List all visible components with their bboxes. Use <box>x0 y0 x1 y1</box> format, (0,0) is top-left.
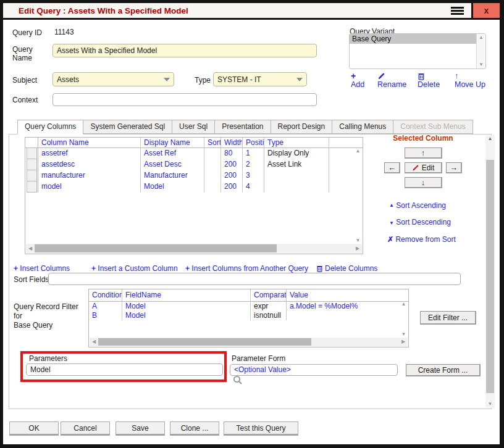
parameters-input[interactable] <box>26 363 223 376</box>
edit-filter-button[interactable]: Edit Filter ... <box>420 311 476 325</box>
plus-icon: + <box>14 264 18 273</box>
col-header-sort: Sort <box>204 138 221 147</box>
variant-move-up-button[interactable]: ↑ Move Up <box>455 72 485 89</box>
type-label: Type <box>195 76 211 85</box>
type-select[interactable]: SYSTEM - IT <box>213 72 307 86</box>
cancel-button[interactable]: Cancel <box>61 421 110 436</box>
move-column-left-button[interactable]: ← <box>384 162 400 173</box>
variant-rename-button[interactable]: Rename <box>377 72 406 89</box>
insert-columns-link[interactable]: + Insert Columns <box>14 264 70 273</box>
plus-icon: + <box>91 264 96 273</box>
col-header-type: Type <box>264 138 329 147</box>
scroll-down-icon[interactable]: ▼ <box>401 332 406 337</box>
col-header-width: Width <box>221 138 243 147</box>
subject-label: Subject <box>12 76 37 85</box>
query-columns-table: Column Name Display Name Sort Width Posi… <box>25 137 363 254</box>
trash-icon <box>418 72 440 81</box>
scrollbar-thumb[interactable] <box>98 338 311 346</box>
variant-scrollbar[interactable]: ▲ ▼ <box>476 34 485 68</box>
scroll-left-icon[interactable]: ◀ <box>26 246 35 251</box>
filter-table: Condition FieldName Comparator Value A M… <box>88 289 409 347</box>
tab-report-design[interactable]: Report Design <box>271 120 333 134</box>
move-column-right-button[interactable]: → <box>446 162 462 173</box>
tab-presentation[interactable]: Presentation <box>215 120 271 134</box>
query-name-input[interactable] <box>52 44 317 57</box>
sort-asc-icon: ▲ <box>389 202 394 208</box>
row-handle[interactable] <box>25 181 38 193</box>
tab-system-generated-sql[interactable]: System Generated Sql <box>83 120 172 134</box>
dialog-title: Edit Query : Assets With a Specified Mod… <box>3 6 188 15</box>
filter-row[interactable]: A Model expr a.Model = %Model% <box>89 302 408 311</box>
scrollbar-thumb[interactable] <box>486 160 494 393</box>
menu-button[interactable] <box>445 3 469 18</box>
plus-icon: + <box>351 72 364 81</box>
row-handle[interactable] <box>25 148 38 159</box>
title-bar: Edit Query : Assets With a Specified Mod… <box>3 3 500 20</box>
create-form-button[interactable]: Create Form ... <box>406 364 481 376</box>
tab-bar: Query Columns System Generated Sql User … <box>17 120 473 134</box>
scroll-left-icon[interactable]: ◀ <box>90 339 98 344</box>
query-variant-listbox[interactable]: Base Query ▲ ▼ <box>349 33 486 69</box>
filter-vertical-scrollbar[interactable]: ▲ ▼ <box>400 302 408 337</box>
search-button[interactable] <box>233 375 243 388</box>
clone-button[interactable]: Clone ... <box>170 421 219 436</box>
scroll-down-icon[interactable]: ▼ <box>479 62 484 67</box>
tab-query-columns[interactable]: Query Columns <box>17 120 83 135</box>
scrollbar-thumb[interactable] <box>35 244 277 252</box>
variant-add-button[interactable]: + Add <box>351 72 364 89</box>
filter-horizontal-scrollbar[interactable]: ◀ ▶ <box>90 338 408 346</box>
arrow-left-icon: ← <box>388 163 396 172</box>
tab-user-sql[interactable]: User Sql <box>172 120 215 134</box>
table-row[interactable]: model Model 200 4 <box>25 181 363 193</box>
arrow-right-icon: → <box>450 163 458 172</box>
delete-columns-link[interactable]: Delete Columns <box>316 264 377 273</box>
insert-custom-column-link[interactable]: + Insert a Custom Column <box>91 264 178 273</box>
scroll-right-icon[interactable]: ▶ <box>353 246 362 251</box>
scroll-up-icon[interactable]: ▲ <box>485 136 495 141</box>
sort-descending-link[interactable]: ▼ Sort Descending <box>389 218 451 226</box>
scroll-up-icon[interactable]: ▲ <box>356 149 361 154</box>
filter-label: Query Record Filter for Base Query <box>14 302 78 330</box>
table-row[interactable]: assetdesc Asset Desc 200 2 Asset Link <box>25 159 363 170</box>
variant-delete-button[interactable]: Delete <box>418 72 440 89</box>
parameters-label: Parameters <box>29 354 67 363</box>
context-input[interactable] <box>52 93 317 106</box>
insert-columns-from-another-query-link[interactable]: + Insert Columns from Another Query <box>185 264 308 273</box>
filter-header-comparator: Comparator <box>251 289 287 301</box>
hamburger-icon <box>451 7 464 15</box>
remove-from-sort-link[interactable]: ✗ Remove from Sort <box>387 235 456 244</box>
move-column-up-button[interactable]: ↑ <box>405 147 442 159</box>
table-row[interactable]: assetref Asset Ref 80 1 Display Only <box>25 148 363 159</box>
scroll-up-icon[interactable]: ▲ <box>401 302 406 307</box>
sort-ascending-link[interactable]: ▲ Sort Ascending <box>389 201 446 210</box>
parameter-form-input[interactable]: <Optional Value> <box>230 364 398 376</box>
save-button[interactable]: Save <box>116 421 165 436</box>
sort-desc-icon: ▼ <box>389 220 394 226</box>
query-id-label: Query ID <box>12 28 42 37</box>
tab-calling-menus[interactable]: Calling Menus <box>332 120 393 134</box>
ok-button[interactable]: OK <box>9 421 59 436</box>
table-row[interactable]: manufacturer Manufacturer 200 3 <box>25 170 363 181</box>
scroll-down-icon[interactable]: ▼ <box>485 402 495 407</box>
close-icon: x <box>484 6 489 15</box>
row-handle[interactable] <box>25 159 38 170</box>
col-header-display-name: Display Name <box>141 138 204 147</box>
filter-row[interactable]: B Model isnotnull <box>89 311 408 320</box>
arrow-up-icon: ↑ <box>421 148 426 157</box>
close-button[interactable]: x <box>471 3 500 18</box>
scroll-up-icon[interactable]: ▲ <box>479 35 484 40</box>
subject-select[interactable]: Assets <box>52 72 174 86</box>
move-column-down-button[interactable]: ↓ <box>405 177 442 188</box>
test-this-query-button[interactable]: Test this Query <box>224 421 298 436</box>
filter-header-condition: Condition <box>89 289 122 301</box>
scroll-down-icon[interactable]: ▼ <box>356 238 361 243</box>
table-vertical-scrollbar[interactable]: ▲ ▼ <box>354 149 362 243</box>
variant-item-base-query[interactable]: Base Query <box>350 34 476 44</box>
edit-column-button[interactable]: Edit <box>405 162 442 173</box>
scroll-right-icon[interactable]: ▶ <box>399 339 408 344</box>
pane-scrollbar[interactable]: ▲ ▼ <box>485 135 495 408</box>
row-handle[interactable] <box>25 170 38 181</box>
sort-fields-input[interactable] <box>48 273 461 285</box>
col-header-position: Position <box>243 138 264 147</box>
table-horizontal-scrollbar[interactable]: ◀ ▶ <box>26 244 362 253</box>
